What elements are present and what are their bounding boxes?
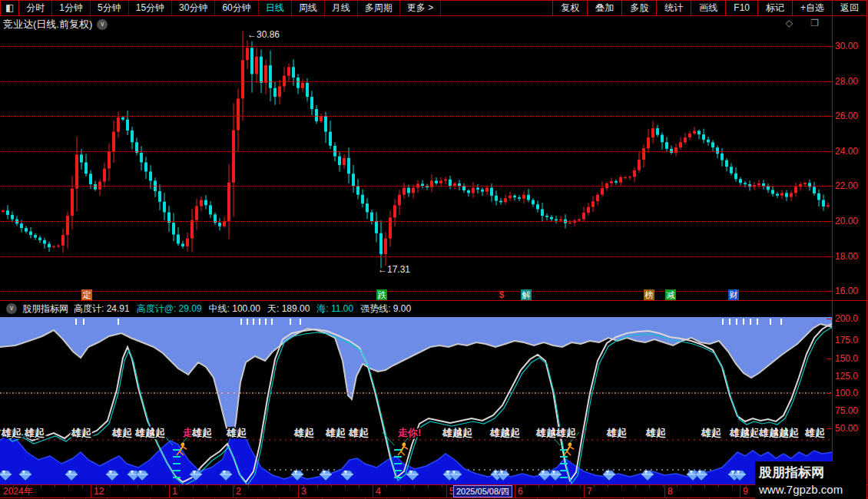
signal-label: 雄起: [293, 427, 314, 438]
candle-body: [361, 195, 364, 203]
period-tab-日线[interactable]: 日线: [259, 1, 292, 15]
toolbar-button-F10[interactable]: F10: [725, 1, 757, 15]
toolbar-button-标记[interactable]: 标记: [757, 1, 792, 15]
candle-body: [379, 233, 383, 254]
candle-body: [568, 223, 571, 223]
candle-body: [149, 172, 152, 181]
toolbar-button-复权[interactable]: 复权: [552, 1, 587, 15]
candle-body: [702, 134, 705, 140]
period-tab-月线[interactable]: 月线: [325, 1, 358, 15]
signal-label: 雄起: [348, 427, 369, 438]
sky-tick-mark: [83, 319, 84, 325]
price-gridline: [0, 81, 832, 82]
candle-body: [218, 223, 221, 226]
signal-label: 雄起: [226, 427, 247, 438]
candle-body: [370, 213, 373, 221]
indicator-chart-canvas[interactable]: 雄起雄起雄起雄起雄越起走雄起雄起雄起雄起雄起走你!雄越起雄越起雄越雄起雄起雄起雄…: [0, 317, 832, 484]
candle-body: [241, 60, 244, 98]
toolbar-button-多股[interactable]: 多股: [621, 1, 656, 15]
candlestick-chart-canvas[interactable]: [0, 23, 832, 300]
period-tab-分时[interactable]: 分时: [19, 1, 52, 15]
candle-body: [121, 117, 124, 120]
sky-tick-mark: [757, 319, 758, 325]
price-gridline: [0, 221, 832, 222]
candle-body: [790, 193, 793, 197]
watermark: 股朋指标网 www.7gpzb.com: [755, 461, 867, 499]
signal-label: 雄起: [24, 427, 45, 438]
price-gridline: [0, 256, 832, 257]
candle-body: [195, 207, 198, 220]
candle-body: [596, 195, 599, 202]
indicator-axis-label: 125.0: [835, 372, 867, 381]
candle-body: [495, 196, 498, 201]
candle-body: [693, 131, 696, 134]
candle-body: [822, 200, 825, 207]
candle-body: [190, 220, 194, 239]
period-toolbar: ◧ 分时1分钟5分钟15分钟30分钟60分钟日线周线月线多周期更多 > 复权叠加…: [0, 0, 867, 16]
candle-body: [651, 128, 654, 137]
indicator-values: 高度计: 24.91高度计@: 29.09中线: 100.00天: 189.00…: [74, 302, 411, 316]
candle-body: [366, 203, 369, 212]
event-badge-解: 解: [521, 289, 532, 300]
sky-tick-mark: [729, 319, 731, 325]
sky-tick-mark: [750, 319, 751, 325]
candle-body: [80, 154, 83, 162]
price-axis-label: 30.00: [835, 41, 867, 51]
period-tab-多周期[interactable]: 多周期: [358, 1, 400, 15]
candle-body: [619, 177, 622, 183]
collapse-chevron-icon[interactable]: ∨: [6, 303, 17, 314]
toolbar-button-画线[interactable]: 画线: [691, 1, 725, 15]
toolbar-button-叠加[interactable]: 叠加: [587, 1, 621, 15]
candle-body: [52, 246, 55, 247]
candle-body: [476, 188, 479, 190]
candle-body: [292, 67, 295, 78]
indicator-field: 强势线: 9.00: [360, 302, 411, 316]
price-axis-label: 24.00: [835, 147, 867, 156]
indicator-axis-tick: [827, 393, 831, 394]
candle-body: [813, 187, 816, 193]
toolbar-button-返回[interactable]: 返回: [832, 1, 866, 15]
candle-body: [472, 188, 475, 193]
candle-body: [66, 216, 69, 235]
period-tab-30分钟[interactable]: 30分钟: [172, 1, 215, 15]
candle-body: [209, 205, 212, 214]
period-tab-周线[interactable]: 周线: [292, 1, 325, 15]
month-separator: [373, 485, 373, 497]
toolbar-button-统计[interactable]: 统计: [656, 1, 691, 15]
candle-body: [29, 232, 32, 236]
period-tab-60分钟[interactable]: 60分钟: [215, 1, 258, 15]
indicator-field: 高度计@: 29.09: [137, 302, 202, 316]
candle-body: [75, 154, 78, 188]
candle-body: [587, 207, 590, 213]
period-tab-更多 >[interactable]: 更多 >: [400, 1, 441, 15]
date-axis[interactable]: 2024年121234567892025/05/08/四: [0, 485, 832, 497]
candle-body: [48, 244, 51, 248]
signal-label: 雄越起: [134, 427, 165, 438]
candle-body: [776, 194, 779, 196]
window-split-icon[interactable]: ◧: [1, 1, 19, 15]
toolbar-actions: 复权叠加多股统计画线F10标记+自选返回: [552, 1, 866, 15]
month-label-6: 6: [518, 486, 523, 497]
period-tab-1分钟[interactable]: 1分钟: [52, 1, 91, 15]
signal-label: 雄起: [111, 427, 132, 438]
candle-body: [532, 200, 535, 205]
period-tab-5分钟[interactable]: 5分钟: [91, 1, 129, 15]
period-tab-15分钟[interactable]: 15分钟: [129, 1, 172, 15]
candle-body: [108, 151, 111, 168]
indicator-axis-tick: [827, 359, 831, 359]
month-label-8: 8: [668, 486, 673, 497]
month-separator: [584, 485, 585, 497]
month-separator: [664, 485, 665, 497]
candle-body: [117, 117, 120, 132]
toolbar-button-+自选[interactable]: +自选: [792, 1, 832, 15]
candle-body: [628, 177, 631, 177]
indicator-axis-label: 200.0: [835, 314, 867, 323]
signal-label: 雄起: [645, 427, 666, 438]
candle-body: [273, 88, 277, 97]
panel-divider-line: [0, 300, 868, 301]
candle-body: [250, 48, 253, 74]
candle-body: [684, 137, 687, 142]
indicator-axis-label: 50.00: [835, 424, 867, 433]
candle-body: [237, 98, 240, 130]
candle-body: [541, 210, 544, 216]
